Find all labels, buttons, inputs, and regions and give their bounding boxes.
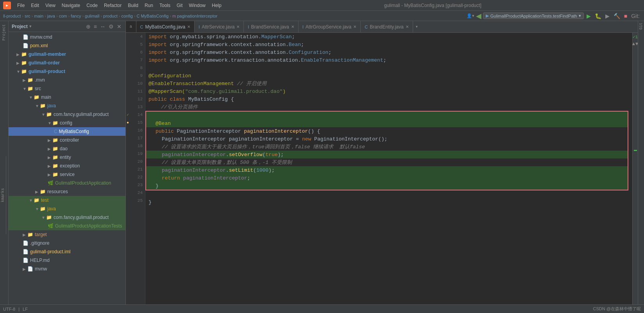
git-label[interactable]: Git <box>639 23 643 30</box>
breadcrumb-java[interactable]: java <box>47 14 55 18</box>
panel-dropdown-icon[interactable]: ▾ <box>29 24 32 29</box>
breadcrumb-mybatisconfig[interactable]: MyBatisConfig <box>141 14 168 18</box>
code-line-24 <box>145 190 632 198</box>
tabs-overflow-icon[interactable]: ▾ <box>413 24 420 30</box>
run-config-selector[interactable]: ▶ GulimallProductApplicationTests.testFi… <box>483 12 584 19</box>
menu-edit[interactable]: Edit <box>28 2 42 9</box>
tab-attrgroupservice[interactable]: I AttrGroupService.java ✕ <box>299 21 361 33</box>
tree-dao[interactable]: ▶ 📁 dao <box>9 144 125 153</box>
tree-resources[interactable]: ▶ 📁 resources <box>9 187 125 196</box>
tab-interface-icon: I <box>248 25 249 29</box>
tree-label: resources <box>47 189 68 194</box>
tree-mybatisconfig[interactable]: C MyBatisConfig <box>9 127 125 136</box>
breadcrumb-main[interactable]: main <box>34 14 43 18</box>
tab-mybatisconfig[interactable]: C MyBatisConfig.java ✕ <box>136 21 195 33</box>
gutter-breakpoint-15[interactable]: ● <box>127 121 129 125</box>
back-icon[interactable]: ◀ <box>476 12 481 20</box>
run-button[interactable]: ▶ <box>585 13 592 19</box>
tree-label: entity <box>60 155 71 160</box>
menu-bar: ▶ File Edit View Navigate Code Refactor … <box>0 0 644 11</box>
panel-close-icon[interactable]: ✕ <box>116 23 122 30</box>
menu-git[interactable]: Git <box>174 2 186 9</box>
tree-entity[interactable]: ▶ 📁 entity <box>9 153 125 162</box>
breadcrumb-product2[interactable]: product <box>103 14 118 18</box>
tree-gitignore[interactable]: 📄 .gitignore <box>9 239 125 247</box>
tree-mvnw[interactable]: ▶ 📄 mvnw <box>9 265 125 273</box>
tree-helpmd[interactable]: 📄 HELP.md <box>9 256 125 265</box>
bookmarks-label[interactable]: kmarks <box>1 188 5 202</box>
menu-code[interactable]: Code <box>83 2 101 9</box>
line-17: 17 <box>126 134 145 142</box>
tree-gulimall-member[interactable]: ▶ 📁 gulimall-member <box>9 50 125 59</box>
menu-view[interactable]: View <box>42 2 59 9</box>
menu-run[interactable]: Run <box>141 2 156 9</box>
panel-settings-icon[interactable]: ⚙ <box>108 23 114 30</box>
line-24: 24 <box>126 189 145 197</box>
tab-brandentity[interactable]: C BrandEntity.java ✕ <box>361 21 413 33</box>
breadcrumb-src[interactable]: src <box>25 14 30 18</box>
breadcrumb-config[interactable]: config <box>121 14 132 18</box>
coverage-button[interactable]: ▶ <box>604 13 611 19</box>
tab-a[interactable]: a <box>126 21 136 33</box>
tree-controller[interactable]: ▶ 📁 controller <box>9 136 125 144</box>
tab-attrservice-close[interactable]: ✕ <box>236 25 240 29</box>
run-config-dropdown-icon[interactable]: ▾ <box>579 13 581 18</box>
tree-java-test[interactable]: ▼ 📁 java <box>9 205 125 213</box>
tree-main[interactable]: ▼ 📁 main <box>9 93 125 101</box>
tree-label: java <box>47 206 56 212</box>
file-icon: 📄 <box>23 249 29 254</box>
tab-mybatisconfig-close[interactable]: ✕ <box>187 25 190 29</box>
tab-interface-icon: I <box>302 25 304 29</box>
run-config-icon: ▶ <box>486 13 489 18</box>
debug-button[interactable]: 🐛 <box>594 13 603 19</box>
tree-mvn[interactable]: ▶ 📁 .mvn <box>9 76 125 84</box>
breadcrumb-fancy[interactable]: fancy <box>71 14 81 18</box>
menu-refactor[interactable]: Refactor <box>101 2 125 9</box>
stop-button[interactable]: ■ <box>623 13 628 19</box>
git-user-icon[interactable]: 👤▾ <box>467 13 474 18</box>
tree-gulimall-product[interactable]: ▼ 📁 gulimall-product <box>9 67 125 76</box>
error-up-icon[interactable]: ▲ <box>632 41 635 47</box>
panel-locate-icon[interactable]: ⊕ <box>85 23 91 30</box>
tree-service[interactable]: ▶ 📁 service <box>9 170 125 179</box>
tree-config[interactable]: ▼ 📁 config <box>9 119 125 127</box>
tab-brandservice[interactable]: I BrandService.java ✕ <box>244 21 298 33</box>
build-button[interactable]: 🔨 <box>612 13 621 19</box>
tree-src[interactable]: ▼ 📁 src <box>9 84 125 93</box>
tree-pom-xml[interactable]: 📄 pom.xml <box>9 41 125 50</box>
tree-gulimall-app[interactable]: 🌿 GulimallProductApplication <box>9 179 125 187</box>
tree-iml[interactable]: 📄 gulimall-product.iml <box>9 247 125 256</box>
folder-icon: 📁 <box>21 69 27 74</box>
tree-target[interactable]: ▶ 📁 target <box>9 230 125 239</box>
breadcrumb-gulimall[interactable]: gulimall <box>85 14 99 18</box>
tree-test[interactable]: ▼ 📁 test <box>9 196 125 205</box>
tab-attrservice[interactable]: I AttrService.java ✕ <box>195 21 244 33</box>
menu-file[interactable]: File <box>14 2 28 9</box>
tree-test-package[interactable]: ▼ 📁 com.fancy.gulimall.product <box>9 213 125 222</box>
breadcrumb-com[interactable]: com <box>59 14 67 18</box>
breadcrumb-product[interactable]: ll-product <box>3 14 21 18</box>
tab-brandservice-close[interactable]: ✕ <box>291 25 294 29</box>
code-area[interactable]: import org.mybatis.spring.annotation.Map… <box>145 33 632 304</box>
menu-tools[interactable]: Tools <box>156 2 174 9</box>
breadcrumb-method[interactable]: paginationInterceptor <box>177 14 217 18</box>
menu-navigate[interactable]: Navigate <box>59 2 83 9</box>
tab-attrgroupservice-close[interactable]: ✕ <box>353 25 356 29</box>
menu-build[interactable]: Build <box>125 2 141 9</box>
tree-tests[interactable]: 🌿 GulimallProductApplicationTests <box>9 222 125 230</box>
tree-java[interactable]: ▼ 📁 java <box>9 101 125 110</box>
tree-gulimall-order[interactable]: ▶ 📁 gulimall-order <box>9 59 125 67</box>
folder-arrow: ▼ <box>41 112 46 117</box>
tree-exception[interactable]: ▶ 📁 exception <box>9 162 125 170</box>
menu-window[interactable]: Window <box>186 2 209 9</box>
tab-brandentity-close[interactable]: ✕ <box>406 25 409 29</box>
panel-expand-icon[interactable]: ↔ <box>99 23 106 30</box>
tree-mvnw-cmd[interactable]: 📄 mvnw.cmd <box>9 33 125 41</box>
error-nav[interactable]: ▲ ▼ <box>633 41 638 47</box>
project-strip-label[interactable]: Project <box>1 23 7 42</box>
tab-attrservice-label: AttrService.java <box>202 24 234 30</box>
tab-class-icon: C <box>140 25 143 29</box>
menu-help[interactable]: Help <box>209 2 225 9</box>
panel-collapse-icon[interactable]: ≡ <box>93 23 98 30</box>
tree-package[interactable]: ▼ 📁 com.fancy.gulimall.product <box>9 110 125 119</box>
